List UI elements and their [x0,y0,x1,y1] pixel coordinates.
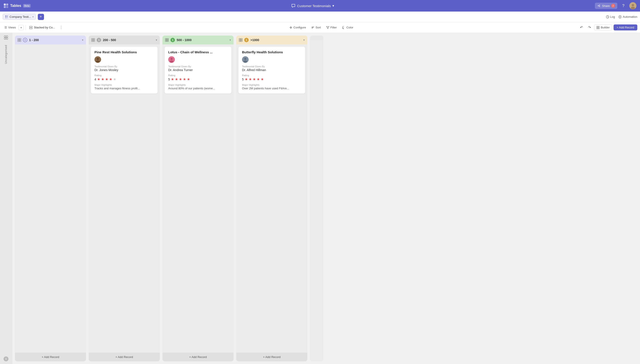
add-record-col3[interactable]: + Add Record [162,353,234,361]
card-testimonial-value-butterfly: Dr. Alfred Hillman [242,68,302,72]
add-record-main-button[interactable]: + Add Record [614,24,637,30]
configure-button[interactable]: Configure [287,25,308,30]
column-count-3: 1 [170,38,175,42]
column-icon-3 [165,38,169,42]
svg-rect-13 [7,16,8,17]
avatar-image [629,2,636,9]
svg-rect-34 [6,38,8,39]
svg-rect-1 [6,4,8,6]
svg-rect-38 [20,40,21,42]
beta-badge: Beta [23,4,31,8]
nav-title-area: Customer Testimonials ▾ [33,4,593,8]
add-record-col1[interactable]: + Add Record [15,353,86,361]
sort-label: Sort [316,26,321,29]
hamburger-icon: ☰ [4,26,7,29]
share-label: Share [602,4,610,8]
star-1-butterfly: ★ [245,77,248,81]
title-chevron-icon[interactable]: ▾ [332,4,334,8]
svg-rect-22 [30,28,32,29]
svg-rect-46 [165,38,167,40]
column-count-2: 1 [97,38,101,42]
svg-point-44 [97,58,99,60]
column-chevron-4[interactable]: ▾ [303,38,305,42]
star-1-lotus: ★ [171,77,174,81]
add-record-col4[interactable]: + Add Record [236,353,307,361]
svg-point-58 [244,58,246,60]
svg-rect-2 [4,6,6,8]
column-count-4: 1 [244,38,249,42]
filter-button[interactable]: Filter [324,25,339,30]
card-lotus[interactable]: Lotus - Chain of Wellness ... Testimonia… [165,47,231,94]
column-body-2: Pine Rest Health Solutions Testimonial G… [89,44,160,353]
card-title-pine: Pine Rest Health Solutions [94,50,154,54]
undo-button[interactable]: ↶ [578,24,585,31]
active-tab-label: Company Testi... [10,15,31,18]
active-tab[interactable]: Company Testi... ▾ [3,14,36,20]
column-chevron-2[interactable]: ▾ [156,38,157,42]
star-3-lotus: ★ [179,77,182,81]
svg-line-7 [599,5,599,6]
sort-button[interactable]: Sort [309,25,323,30]
svg-rect-47 [167,38,168,40]
svg-rect-30 [598,28,599,29]
filter-icon [326,26,329,29]
app-logo: Tables Beta [4,3,31,8]
avatar[interactable] [629,2,636,9]
svg-line-18 [608,17,608,17]
svg-rect-14 [5,17,6,18]
star-3-butterfly: ★ [253,77,256,81]
column-chevron-1[interactable]: ▾ [82,38,83,42]
log-button[interactable]: Log [606,15,615,18]
expand-button[interactable] [4,36,8,40]
card-testimonial-label-pine: Testimonial Given By [94,65,154,68]
configure-icon [289,26,292,29]
view-options-button[interactable]: ⋮ [58,24,64,31]
toolbar-center: Configure Sort Filter Color [65,25,577,30]
rating-num-lotus: 5 [168,78,170,81]
color-button[interactable]: Color [340,25,356,30]
board-container: Uncategorised 0 0 1 - 200 ▾ + Add Record [0,33,640,364]
add-tab-button[interactable]: + [38,14,44,20]
redo-button[interactable]: ↷ [586,24,593,31]
card-highlights-value-lotus: Around 80% of our patients (wome... [168,87,228,90]
share-button[interactable]: Share 2 [595,3,617,9]
builder-button[interactable]: Builder [594,24,612,30]
uncategorised-count: 0 [4,356,8,361]
star-4-butterfly: ★ [257,77,260,81]
svg-point-23 [290,27,291,28]
automation-button[interactable]: Automation [618,15,637,18]
star-1-pine: ★ [97,77,100,81]
star-4-pine: ★ [109,77,112,81]
help-button[interactable]: ? [620,2,627,9]
add-view-button[interactable]: + [18,25,24,30]
card-pine-rest[interactable]: Pine Rest Health Solutions Testimonial G… [91,47,158,94]
svg-point-20 [620,16,620,17]
card-butterfly[interactable]: Butterfly Health Solutions Testimonial G… [238,47,305,94]
svg-rect-0 [4,4,6,6]
svg-rect-21 [30,26,32,27]
add-record-col2[interactable]: + Add Record [89,353,160,361]
current-view-button[interactable]: Stacked by Co... [28,25,57,30]
column-icon-1 [18,38,21,42]
add-record-main-label: + Add Record [617,26,634,29]
card-testimonial-label-lotus: Testimonial Given By [168,65,228,68]
column-body-3: Lotus - Chain of Wellness ... Testimonia… [162,44,234,353]
column-body-1 [15,44,86,353]
svg-rect-3 [6,6,8,8]
page-title: Customer Testimonials [297,4,331,8]
column-body-4: Butterfly Health Solutions Testimonial G… [236,44,307,353]
views-button[interactable]: ☰ Views [3,25,18,30]
card-avatar-pine [94,56,101,63]
svg-point-51 [170,58,173,60]
star-2-pine: ★ [101,77,104,81]
current-view-label: Stacked by Co... [34,26,55,29]
toolbar-right: ↶ ↷ Builder + Add Record [578,24,637,31]
column-header-200-500: 1 200 - 500 ▾ [89,36,160,44]
card-testimonial-label-butterfly: Testimonial Given By [242,65,302,68]
column-chevron-3[interactable]: ▾ [230,38,231,42]
column-ghost [310,36,323,361]
column-body-ghost [310,40,323,361]
columns-area: 0 1 - 200 ▾ + Add Record 1 200 - 500 ▾ [12,33,640,364]
table-icon [5,15,8,18]
column-icon-2 [91,38,95,42]
